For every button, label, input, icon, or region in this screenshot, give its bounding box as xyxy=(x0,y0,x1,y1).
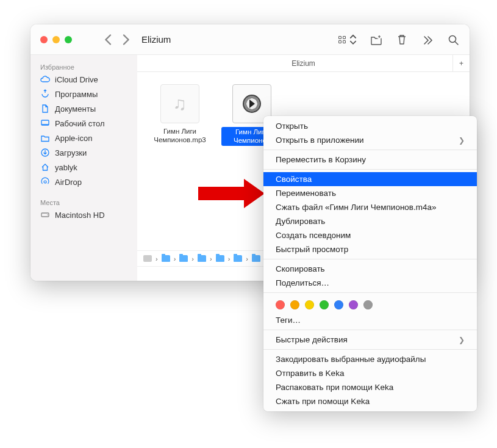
sidebar-label: Macintosh HD xyxy=(55,211,105,220)
sidebar-item-home[interactable]: yablyk xyxy=(30,160,137,175)
back-button[interactable] xyxy=(101,32,116,47)
menu-keka-extract[interactable]: Распаковать при помощи Keka xyxy=(263,380,477,394)
sidebar-item-folder[interactable]: Apple-icon xyxy=(30,131,137,145)
sidebar-item-airdrop[interactable]: AirDrop xyxy=(30,175,137,189)
overflow-button[interactable] xyxy=(421,33,434,46)
tag-blue[interactable] xyxy=(334,300,343,309)
home-icon xyxy=(40,162,50,172)
menu-open-with[interactable]: Открыть в приложении❯ xyxy=(263,133,477,147)
tag-yellow[interactable] xyxy=(305,300,314,309)
menu-copy[interactable]: Скопировать xyxy=(263,262,477,276)
folder-crumb-icon xyxy=(216,255,224,262)
play-icon xyxy=(243,95,261,113)
menu-open[interactable]: Открыть xyxy=(263,119,477,133)
menu-tags[interactable]: Теги… xyxy=(263,313,477,327)
sidebar: Избранное iCloud Drive Программы Докумен… xyxy=(30,55,137,281)
tag-colors xyxy=(263,295,477,313)
menu-quick-actions[interactable]: Быстрые действия❯ xyxy=(263,333,477,347)
folder-crumb-icon xyxy=(252,255,260,262)
disk-crumb-icon xyxy=(143,255,152,262)
folder-crumb-icon xyxy=(162,255,170,262)
svg-point-11 xyxy=(47,214,48,215)
annotation-arrow xyxy=(198,179,265,208)
disk-icon xyxy=(40,210,50,220)
tab-bar: Elizium + xyxy=(137,55,470,72)
minimize-button[interactable] xyxy=(52,36,60,43)
svg-point-9 xyxy=(44,181,46,183)
menu-separator xyxy=(263,259,477,259)
sidebar-label: Загрузки xyxy=(55,148,87,157)
titlebar: Elizium xyxy=(30,24,470,55)
menu-keka-compress[interactable]: Сжать при помощи Keka xyxy=(263,394,477,408)
folder-icon xyxy=(40,133,50,143)
menu-keka-send[interactable]: Отправить в Keka xyxy=(263,366,477,380)
cloud-icon xyxy=(40,74,50,84)
close-button[interactable] xyxy=(40,36,48,43)
window-controls xyxy=(30,36,82,43)
menu-separator xyxy=(263,349,477,350)
svg-rect-0 xyxy=(339,36,341,38)
music-note-icon: ♫ xyxy=(173,93,187,114)
doc-icon xyxy=(40,104,50,114)
tag-purple[interactable] xyxy=(349,300,358,309)
menu-alias[interactable]: Создать псевдоним xyxy=(263,228,477,242)
forward-button[interactable] xyxy=(118,32,133,47)
menu-separator xyxy=(263,169,477,170)
sidebar-item-disk[interactable]: Macintosh HD xyxy=(30,208,137,222)
sidebar-header-favorites: Избранное xyxy=(30,60,137,72)
menu-separator xyxy=(263,330,477,330)
maximize-button[interactable] xyxy=(65,36,72,43)
downloads-icon xyxy=(40,148,50,157)
sidebar-label: Рабочий стол xyxy=(55,119,105,128)
svg-rect-7 xyxy=(41,124,49,125)
trash-button[interactable] xyxy=(395,33,409,46)
toolbar xyxy=(338,33,470,46)
menu-rename[interactable]: Переименовать xyxy=(263,186,477,200)
menu-compress[interactable]: Сжать файл «Гимн Лиги Чемпионов.m4a» xyxy=(263,200,477,214)
svg-point-5 xyxy=(449,35,456,42)
sidebar-label: yablyk xyxy=(55,163,77,172)
sidebar-label: AirDrop xyxy=(55,178,82,187)
nav-buttons xyxy=(101,32,133,47)
folder-crumb-icon xyxy=(198,255,206,262)
sidebar-item-apps[interactable]: Программы xyxy=(30,87,137,101)
menu-share[interactable]: Поделиться… xyxy=(263,276,477,290)
menu-duplicate[interactable]: Дублировать xyxy=(263,214,477,228)
new-folder-button[interactable] xyxy=(370,33,383,46)
menu-encode-audio[interactable]: Закодировать выбранные аудиофайлы xyxy=(263,352,477,366)
menu-separator xyxy=(263,292,477,293)
context-menu: Открыть Открыть в приложении❯ Переместит… xyxy=(263,116,477,411)
sidebar-label: Apple-icon xyxy=(55,134,92,143)
menu-get-info[interactable]: Свойства xyxy=(263,172,477,186)
sidebar-item-downloads[interactable]: Загрузки xyxy=(30,145,137,160)
sidebar-header-places: Места xyxy=(30,195,137,208)
file-thumb: ♫ xyxy=(160,84,199,123)
file-item[interactable]: ♫ Гимн Лиги Чемпионов.mp3 xyxy=(149,84,210,145)
tag-green[interactable] xyxy=(320,300,329,309)
menu-quicklook[interactable]: Быстрый просмотр xyxy=(263,242,477,256)
sidebar-label: Программы xyxy=(55,90,98,99)
sidebar-item-icloud[interactable]: iCloud Drive xyxy=(30,72,137,87)
folder-crumb-icon xyxy=(234,255,242,262)
tab-label[interactable]: Elizium xyxy=(291,59,315,68)
apps-icon xyxy=(40,89,50,99)
sidebar-item-desktop[interactable]: Рабочий стол xyxy=(30,116,137,131)
search-button[interactable] xyxy=(446,33,460,46)
airdrop-icon xyxy=(40,177,50,187)
tag-gray[interactable] xyxy=(363,300,373,309)
file-name: Гимн Лиги Чемпионов.mp3 xyxy=(149,127,210,145)
menu-trash[interactable]: Переместить в Корзину xyxy=(263,153,477,167)
chevron-right-icon: ❯ xyxy=(459,336,465,344)
folder-crumb-icon xyxy=(179,255,188,262)
view-mode-button[interactable] xyxy=(338,34,357,46)
menu-separator xyxy=(263,150,477,150)
new-tab-button[interactable]: + xyxy=(452,55,470,72)
window-title: Elizium xyxy=(141,34,171,45)
sidebar-item-documents[interactable]: Документы xyxy=(30,101,137,116)
svg-rect-3 xyxy=(343,40,346,43)
svg-rect-1 xyxy=(343,36,346,38)
sidebar-label: Документы xyxy=(55,104,96,114)
tag-orange[interactable] xyxy=(290,300,299,309)
chevron-right-icon: ❯ xyxy=(459,136,465,145)
tag-red[interactable] xyxy=(276,300,285,309)
